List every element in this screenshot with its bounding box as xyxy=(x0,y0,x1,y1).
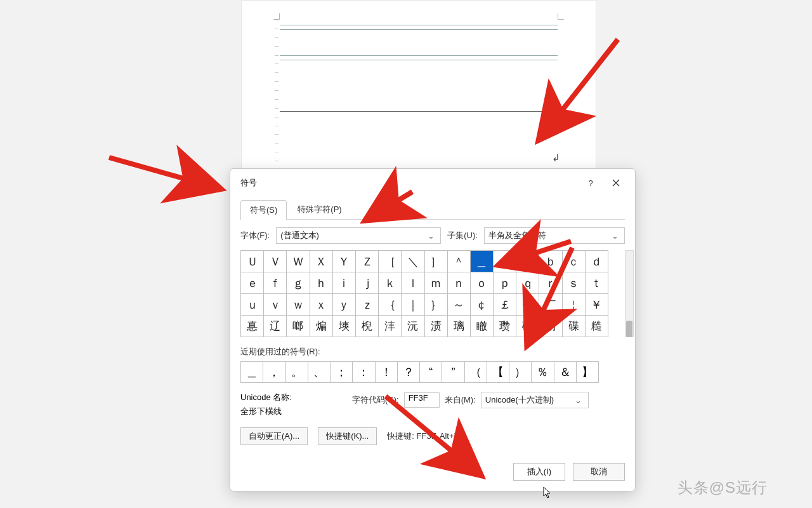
recent-symbol[interactable]: ； xyxy=(330,361,353,383)
recent-symbol[interactable]: ” xyxy=(442,361,464,383)
symbol-cell[interactable]: 辽 xyxy=(264,316,287,337)
grid-scrollbar[interactable] xyxy=(625,250,634,337)
symbol-cell[interactable]: ｉ xyxy=(332,272,355,294)
symbol-cell[interactable]: 惪 xyxy=(241,316,264,337)
symbol-cell[interactable]: ｆ xyxy=(264,272,287,294)
symbol-cell[interactable]: 磅 xyxy=(539,316,562,337)
symbol-cell[interactable]: ｛ xyxy=(379,294,402,316)
symbol-cell[interactable]: 啷 xyxy=(287,316,310,337)
symbol-cell[interactable]: 沅 xyxy=(402,316,424,337)
svg-line-0 xyxy=(109,157,222,189)
recent-symbol[interactable]: 】 xyxy=(576,361,599,383)
symbol-cell[interactable]: ｐ xyxy=(494,272,516,294)
symbol-cell[interactable]: ｃ xyxy=(562,251,585,272)
symbol-cell[interactable]: ｅ xyxy=(241,272,264,294)
insert-button[interactable]: 插入(I) xyxy=(513,463,565,481)
recent-symbol[interactable]: ， xyxy=(263,361,285,383)
recent-symbol[interactable]: “ xyxy=(419,361,442,383)
recent-symbol[interactable]: ？ xyxy=(397,361,420,383)
symbol-cell[interactable]: ｏ xyxy=(470,272,493,294)
recent-symbol[interactable]: ＿ xyxy=(240,361,263,383)
symbol-cell[interactable]: 棿 xyxy=(355,316,378,337)
symbol-cell[interactable]: 塽 xyxy=(332,316,355,337)
symbol-cell[interactable]: ｚ xyxy=(355,294,378,316)
symbol-cell[interactable]: ｖ xyxy=(264,294,287,316)
recent-symbol[interactable]: ％ xyxy=(531,361,554,383)
symbol-cell[interactable]: ｎ xyxy=(447,272,470,294)
symbol-cell[interactable]: ｑ xyxy=(516,272,539,294)
symbol-cell[interactable]: ｂ xyxy=(539,251,562,272)
symbol-cell[interactable]: ［ xyxy=(379,251,402,272)
close-icon xyxy=(612,179,620,187)
symbol-cell[interactable]: ｘ xyxy=(310,294,332,316)
symbol-cell[interactable]: 煸 xyxy=(310,316,332,337)
symbol-cell[interactable]: ￤ xyxy=(562,294,585,316)
symbol-cell[interactable]: ｍ xyxy=(424,272,447,294)
symbol-cell[interactable]: 渍 xyxy=(424,316,447,337)
symbol-cell[interactable]: 碍 xyxy=(516,316,539,337)
from-select[interactable]: Unicode(十六进制) ⌄ xyxy=(481,392,589,408)
symbol-cell[interactable]: Ｙ xyxy=(332,251,355,272)
tab-symbols[interactable]: 符号(S) xyxy=(240,200,287,220)
symbol-cell[interactable]: ｜ xyxy=(402,294,424,316)
symbol-cell[interactable]: ＼ xyxy=(402,251,424,272)
symbol-cell[interactable]: Ｚ xyxy=(355,251,378,272)
help-button[interactable]: ? xyxy=(578,174,603,192)
recent-symbol[interactable]: ： xyxy=(352,361,375,383)
symbol-cell[interactable]: 糙 xyxy=(585,316,608,337)
close-button[interactable] xyxy=(603,174,629,192)
recent-symbol[interactable]: ＆ xyxy=(554,361,577,383)
symbol-cell[interactable]: ］ xyxy=(424,251,447,272)
symbol-cell[interactable]: ＾ xyxy=(447,251,470,272)
symbol-cell[interactable]: Ｘ xyxy=(310,251,332,272)
symbol-cell[interactable]: ｔ xyxy=(585,272,608,294)
recent-symbol[interactable]: 、 xyxy=(308,361,331,383)
symbol-cell[interactable]: ｄ xyxy=(585,251,608,272)
symbol-cell[interactable]: 碟 xyxy=(562,316,585,337)
symbol-cell[interactable]: ￡ xyxy=(494,294,516,316)
subset-select[interactable]: 半角及全角字符 ⌄ xyxy=(484,227,625,244)
tab-special-chars[interactable]: 特殊字符(P) xyxy=(288,199,351,219)
dialog-titlebar: 符号 ? xyxy=(230,169,635,197)
symbol-cell[interactable]: ￠ xyxy=(470,294,493,316)
symbol-cell[interactable]: Ｕ xyxy=(241,251,264,272)
font-select[interactable]: (普通文本) ⌄ xyxy=(276,227,441,244)
symbol-cell[interactable]: ｒ xyxy=(539,272,562,294)
symbol-cell[interactable]: 瓒 xyxy=(494,316,516,337)
symbol-cell[interactable]: ～ xyxy=(447,294,470,316)
recent-symbol[interactable]: （ xyxy=(464,361,487,383)
symbol-cell[interactable]: ｗ xyxy=(287,294,310,316)
symbol-cell[interactable]: ￥ xyxy=(585,294,608,316)
symbol-cell[interactable]: ￣ xyxy=(539,294,562,316)
symbol-cell[interactable]: 沣 xyxy=(379,316,402,337)
from-label: 来自(M): xyxy=(445,394,476,406)
symbol-grid: ＵＶＷＸＹＺ［＼］＾＿｀ａｂｃｄｅｆｇｈｉｊｋｌｍｎｏｐｑｒｓｔｕｖｗｘｙｚ｛｜… xyxy=(240,250,608,337)
autocorrect-button[interactable]: 自动更正(A)... xyxy=(240,427,308,445)
recent-symbol[interactable]: 。 xyxy=(285,361,308,383)
recent-symbol[interactable]: 【 xyxy=(487,361,509,383)
symbol-cell[interactable]: ｌ xyxy=(402,272,424,294)
scrollbar-thumb[interactable] xyxy=(626,321,632,337)
symbol-cell[interactable]: ａ xyxy=(516,251,539,272)
symbol-cell[interactable]: ｋ xyxy=(379,272,402,294)
symbol-cell[interactable]: ｙ xyxy=(332,294,355,316)
symbol-cell[interactable]: ｓ xyxy=(562,272,585,294)
recent-symbol[interactable]: ） xyxy=(509,361,532,383)
cancel-button[interactable]: 取消 xyxy=(573,463,625,481)
symbol-cell[interactable]: ｀ xyxy=(494,251,516,272)
symbol-cell[interactable]: ｈ xyxy=(310,272,332,294)
symbol-cell[interactable]: ＿ xyxy=(470,251,493,272)
symbol-cell[interactable]: ｇ xyxy=(287,272,310,294)
symbol-cell[interactable]: ｕ xyxy=(241,294,264,316)
symbol-cell[interactable]: ｝ xyxy=(424,294,447,316)
symbol-cell[interactable]: Ｖ xyxy=(264,251,287,272)
charcode-input[interactable]: FF3F xyxy=(404,392,440,408)
symbol-cell[interactable]: Ｗ xyxy=(287,251,310,272)
shortcut-button[interactable]: 快捷键(K)... xyxy=(318,427,377,445)
symbol-cell[interactable]: 瞮 xyxy=(470,316,493,337)
recent-symbol[interactable]: ！ xyxy=(375,361,398,383)
symbol-cell[interactable]: ￢ xyxy=(516,294,539,316)
symbol-cell[interactable]: ｊ xyxy=(355,272,378,294)
symbol-cell[interactable]: 璃 xyxy=(447,316,470,337)
chevron-down-icon: ⌄ xyxy=(425,231,436,241)
